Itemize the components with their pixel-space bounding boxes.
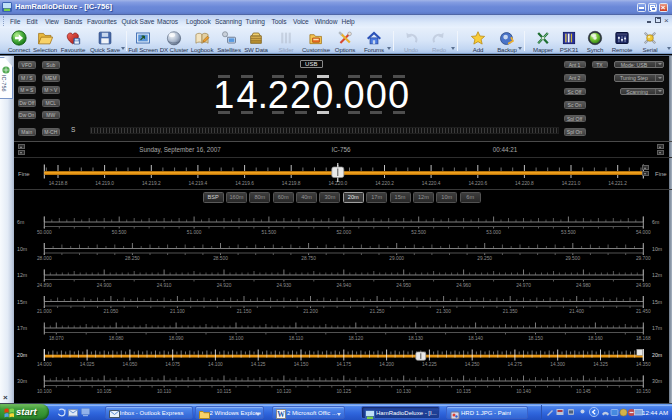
svg-text:18.110: 18.110 bbox=[289, 336, 304, 341]
svg-text:24.900: 24.900 bbox=[97, 283, 112, 288]
svg-text:53.500: 53.500 bbox=[561, 230, 576, 235]
svg-text:14.219.8: 14.219.8 bbox=[282, 181, 301, 186]
svg-text:15m: 15m bbox=[17, 299, 27, 305]
svg-text:30m: 30m bbox=[17, 378, 27, 384]
svg-text:18.080: 18.080 bbox=[109, 336, 124, 341]
svg-text:14.075: 14.075 bbox=[165, 362, 180, 367]
svg-text:50.500: 50.500 bbox=[112, 230, 127, 235]
svg-text:24.920: 24.920 bbox=[217, 283, 232, 288]
svg-text:10.145: 10.145 bbox=[576, 389, 591, 394]
svg-text:21.450: 21.450 bbox=[636, 309, 651, 314]
svg-text:10.110: 10.110 bbox=[157, 389, 172, 394]
svg-text:10.140: 10.140 bbox=[516, 389, 531, 394]
svg-text:Fine: Fine bbox=[18, 171, 30, 177]
svg-text:14.220.6: 14.220.6 bbox=[468, 181, 487, 186]
svg-text:14.000: 14.000 bbox=[37, 362, 52, 367]
svg-text:17m: 17m bbox=[17, 325, 27, 331]
svg-text:14.221.2: 14.221.2 bbox=[608, 181, 627, 186]
svg-text:10m: 10m bbox=[652, 246, 662, 252]
svg-text:Fine: Fine bbox=[655, 171, 667, 177]
svg-text:10.100: 10.100 bbox=[37, 389, 52, 394]
svg-text:10.130: 10.130 bbox=[396, 389, 411, 394]
svg-text:14.275: 14.275 bbox=[508, 362, 523, 367]
svg-text:21.150: 21.150 bbox=[237, 309, 252, 314]
svg-text:24.910: 24.910 bbox=[157, 283, 172, 288]
svg-text:14.220.2: 14.220.2 bbox=[375, 181, 394, 186]
svg-text:21.250: 21.250 bbox=[370, 309, 385, 314]
svg-text:14.200: 14.200 bbox=[379, 362, 394, 367]
svg-text:14.150: 14.150 bbox=[294, 362, 309, 367]
svg-text:10.120: 10.120 bbox=[277, 389, 292, 394]
svg-text:10.150: 10.150 bbox=[636, 389, 651, 394]
svg-text:29.250: 29.250 bbox=[477, 256, 492, 261]
svg-text:18.168: 18.168 bbox=[636, 336, 651, 341]
svg-text:21.000: 21.000 bbox=[37, 309, 52, 314]
svg-text:14.050: 14.050 bbox=[123, 362, 138, 367]
svg-text:50.000: 50.000 bbox=[37, 230, 52, 235]
svg-text:20m: 20m bbox=[17, 352, 27, 358]
svg-text:54.000: 54.000 bbox=[636, 230, 651, 235]
svg-text:14.221.0: 14.221.0 bbox=[562, 181, 581, 186]
svg-text:14.125: 14.125 bbox=[251, 362, 266, 367]
svg-text:14.250: 14.250 bbox=[465, 362, 480, 367]
svg-text:24.970: 24.970 bbox=[516, 283, 531, 288]
svg-text:24.980: 24.980 bbox=[576, 283, 591, 288]
svg-text:10.135: 10.135 bbox=[456, 389, 471, 394]
svg-text:24.960: 24.960 bbox=[456, 283, 471, 288]
svg-text:6m: 6m bbox=[17, 219, 24, 225]
svg-text:18.130: 18.130 bbox=[408, 336, 423, 341]
svg-text:24.950: 24.950 bbox=[396, 283, 411, 288]
svg-text:28.500: 28.500 bbox=[213, 256, 228, 261]
svg-text:24.990: 24.990 bbox=[636, 283, 651, 288]
svg-text:18.090: 18.090 bbox=[169, 336, 184, 341]
svg-text:28.250: 28.250 bbox=[125, 256, 140, 261]
svg-text:14.218.8: 14.218.8 bbox=[49, 181, 68, 186]
svg-text:21.050: 21.050 bbox=[104, 309, 119, 314]
svg-text:24.930: 24.930 bbox=[277, 283, 292, 288]
svg-text:10.125: 10.125 bbox=[336, 389, 351, 394]
svg-text:18.070: 18.070 bbox=[49, 336, 64, 341]
svg-text:10.105: 10.105 bbox=[97, 389, 112, 394]
svg-text:14.350: 14.350 bbox=[636, 362, 651, 367]
svg-text:18.100: 18.100 bbox=[229, 336, 244, 341]
svg-text:21.400: 21.400 bbox=[569, 309, 584, 314]
svg-text:14.325: 14.325 bbox=[593, 362, 608, 367]
svg-text:21.350: 21.350 bbox=[503, 309, 518, 314]
svg-text:17m: 17m bbox=[652, 325, 662, 331]
svg-text:10.115: 10.115 bbox=[217, 389, 232, 394]
svg-text:14.100: 14.100 bbox=[208, 362, 223, 367]
svg-text:51.000: 51.000 bbox=[187, 230, 202, 235]
svg-text:18.120: 18.120 bbox=[348, 336, 363, 341]
svg-text:6m: 6m bbox=[652, 219, 659, 225]
svg-text:51.500: 51.500 bbox=[262, 230, 277, 235]
svg-text:21.300: 21.300 bbox=[436, 309, 451, 314]
svg-text:52.500: 52.500 bbox=[411, 230, 426, 235]
svg-text:W: W bbox=[277, 410, 285, 419]
svg-text:12m: 12m bbox=[17, 272, 27, 278]
svg-text:10m: 10m bbox=[17, 246, 27, 252]
svg-text:28.750: 28.750 bbox=[301, 256, 316, 261]
svg-text:14.225: 14.225 bbox=[422, 362, 437, 367]
svg-text:18.140: 18.140 bbox=[468, 336, 483, 341]
svg-text:15m: 15m bbox=[652, 299, 662, 305]
svg-text:52.000: 52.000 bbox=[336, 230, 351, 235]
svg-text:30m: 30m bbox=[652, 378, 662, 384]
svg-text:12m: 12m bbox=[652, 272, 662, 278]
svg-text:24.940: 24.940 bbox=[336, 283, 351, 288]
svg-text:29.700: 29.700 bbox=[636, 256, 651, 261]
svg-text:14.220.4: 14.220.4 bbox=[422, 181, 441, 186]
svg-text:14.219.6: 14.219.6 bbox=[235, 181, 254, 186]
svg-text:14.025: 14.025 bbox=[80, 362, 95, 367]
svg-text:14.220.8: 14.220.8 bbox=[515, 181, 534, 186]
svg-text:14.219.4: 14.219.4 bbox=[189, 181, 208, 186]
svg-text:20m: 20m bbox=[652, 352, 662, 358]
svg-text:14.175: 14.175 bbox=[336, 362, 351, 367]
svg-text:21.200: 21.200 bbox=[303, 309, 318, 314]
svg-text:18.150: 18.150 bbox=[528, 336, 543, 341]
svg-text:29.000: 29.000 bbox=[389, 256, 404, 261]
svg-text:24.890: 24.890 bbox=[37, 283, 52, 288]
svg-text:14.300: 14.300 bbox=[550, 362, 565, 367]
svg-text:53.000: 53.000 bbox=[486, 230, 501, 235]
svg-text:18.160: 18.160 bbox=[588, 336, 603, 341]
svg-text:29.500: 29.500 bbox=[565, 256, 580, 261]
